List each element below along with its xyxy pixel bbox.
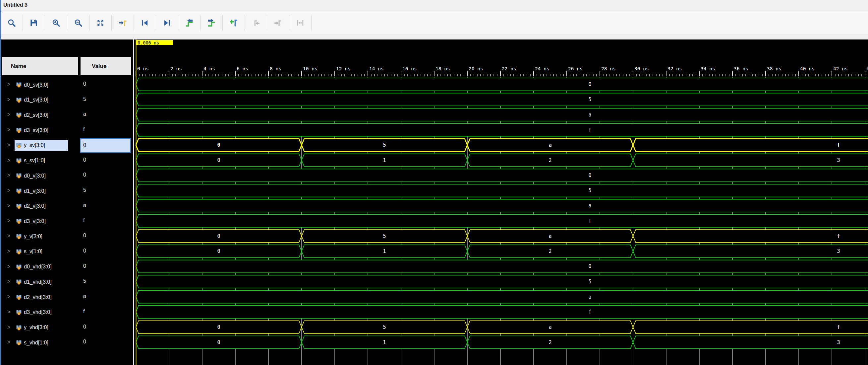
signal-value[interactable]: a bbox=[83, 111, 86, 117]
signal-row-s_v[interactable]: > vs_v[1:0]00 bbox=[1, 244, 133, 259]
signal-row-d0_vhd[interactable]: > vd0_vhd[3:0]00 bbox=[1, 259, 133, 275]
go-to-time-button[interactable] bbox=[112, 15, 134, 30]
signal-name[interactable]: vd2_sv[3:0] bbox=[14, 110, 51, 120]
svg-text:10 ns: 10 ns bbox=[303, 66, 317, 71]
signal-row-d3_v[interactable]: > vd3_v[3:0]ff bbox=[1, 214, 133, 229]
svg-text:f: f bbox=[588, 309, 591, 315]
signal-row-d2_v[interactable]: > vd2_v[3:0]aa bbox=[1, 199, 133, 214]
expand-chevron-icon[interactable]: > bbox=[7, 308, 10, 315]
signal-value[interactable]: 0 bbox=[83, 263, 86, 269]
signal-row-s_sv[interactable]: > vs_sv[1:0]00 bbox=[1, 153, 133, 169]
expand-chevron-icon[interactable]: > bbox=[7, 156, 10, 163]
signal-row-s_vhd[interactable]: > vs_vhd[1:0]00 bbox=[1, 335, 133, 350]
expand-chevron-icon[interactable]: > bbox=[7, 126, 10, 133]
svg-text:0: 0 bbox=[217, 142, 220, 148]
signal-name[interactable]: vd3_sv[3:0] bbox=[14, 125, 51, 136]
zoom-in-button[interactable] bbox=[45, 15, 67, 30]
expand-chevron-icon[interactable]: > bbox=[7, 323, 10, 330]
zoom-fit-button[interactable] bbox=[90, 15, 112, 30]
expand-chevron-icon[interactable]: > bbox=[7, 263, 10, 270]
signal-value[interactable]: 0 bbox=[83, 172, 86, 178]
signal-row-d0_sv[interactable]: > vd0_sv[3:0]00 bbox=[1, 77, 133, 92]
signal-name[interactable]: vd1_sv[3:0] bbox=[14, 94, 51, 106]
signal-name[interactable]: vd3_v[3:0] bbox=[14, 216, 48, 227]
svg-text:2 ns: 2 ns bbox=[170, 66, 182, 71]
signal-name[interactable]: vd2_v[3:0] bbox=[14, 201, 48, 212]
expand-chevron-icon[interactable]: > bbox=[7, 111, 10, 118]
selected-value-cell[interactable]: 0 bbox=[80, 138, 131, 153]
expand-chevron-icon[interactable]: > bbox=[7, 293, 10, 300]
signal-value[interactable]: 0 bbox=[83, 339, 86, 345]
signal-row-y_sv[interactable]: > vy_sv[3:0]00 bbox=[1, 138, 133, 153]
signal-name[interactable]: vs_v[1:0] bbox=[14, 246, 44, 257]
signal-name[interactable]: vy_sv[3:0] bbox=[14, 140, 68, 151]
signal-row-d2_sv[interactable]: > vd2_sv[3:0]aa bbox=[1, 108, 133, 123]
expand-chevron-icon[interactable]: > bbox=[7, 232, 10, 239]
zoom-out-button[interactable] bbox=[67, 15, 90, 30]
signal-value[interactable]: 0 bbox=[83, 233, 86, 238]
signal-value[interactable]: 0 bbox=[83, 81, 86, 87]
expand-chevron-icon[interactable]: > bbox=[7, 217, 10, 224]
value-column-header[interactable]: Value bbox=[81, 57, 131, 75]
signal-row-y_vhd[interactable]: > vy_vhd[3:0]00 bbox=[1, 320, 133, 335]
wave-toolbar bbox=[0, 11, 868, 35]
expand-chevron-icon[interactable]: > bbox=[7, 141, 10, 148]
wave-canvas[interactable]: 0 ns2 ns4 ns6 ns8 ns10 ns12 ns14 ns16 ns… bbox=[134, 39, 868, 365]
signal-row-d1_sv[interactable]: > vd1_sv[3:0]55 bbox=[1, 92, 133, 108]
signal-name[interactable]: vs_vhd[1:0] bbox=[14, 337, 51, 348]
svg-text:2: 2 bbox=[549, 157, 552, 163]
signal-row-d2_vhd[interactable]: > vd2_vhd[3:0]aa bbox=[1, 290, 133, 305]
signal-name[interactable]: vd0_vhd[3:0] bbox=[14, 261, 54, 273]
go-to-start-button[interactable] bbox=[134, 15, 156, 30]
svg-text:30 ns: 30 ns bbox=[634, 66, 649, 71]
search-button[interactable] bbox=[1, 15, 23, 30]
signal-value[interactable]: 0 bbox=[83, 157, 86, 163]
name-column-header[interactable]: Name bbox=[2, 57, 78, 75]
svg-text:v: v bbox=[18, 252, 20, 254]
signal-row-d3_sv[interactable]: > vd3_sv[3:0]ff bbox=[1, 123, 133, 138]
signal-row-d1_v[interactable]: > vd1_v[3:0]55 bbox=[1, 184, 133, 199]
save-waveform-icon bbox=[30, 19, 38, 27]
previous-transition-button[interactable] bbox=[178, 15, 200, 30]
signal-name[interactable]: vy_vhd[3:0] bbox=[14, 322, 51, 333]
expand-chevron-icon[interactable]: > bbox=[7, 81, 10, 88]
expand-chevron-icon[interactable]: > bbox=[7, 187, 10, 194]
expand-chevron-icon[interactable]: > bbox=[7, 202, 10, 209]
go-to-end-button[interactable] bbox=[156, 15, 178, 30]
expand-chevron-icon[interactable]: > bbox=[7, 338, 10, 345]
expand-chevron-icon[interactable]: > bbox=[7, 278, 10, 285]
signal-value[interactable]: f bbox=[83, 309, 85, 314]
signal-row-d0_v[interactable]: > vd0_v[3:0]00 bbox=[1, 168, 133, 184]
svg-text:2: 2 bbox=[549, 339, 552, 345]
signal-value[interactable]: 0 bbox=[83, 248, 86, 254]
signal-value[interactable]: 5 bbox=[83, 187, 86, 193]
save-waveform-button[interactable] bbox=[23, 15, 45, 30]
signal-value[interactable]: 5 bbox=[83, 278, 86, 284]
panel-splitter[interactable] bbox=[133, 35, 134, 365]
signal-name[interactable]: vd0_v[3:0] bbox=[14, 170, 48, 181]
signal-row-d3_vhd[interactable]: > vd3_vhd[3:0]ff bbox=[1, 305, 133, 320]
signal-name[interactable]: vd1_v[3:0] bbox=[14, 186, 48, 196]
signal-name[interactable]: vy_v[3:0] bbox=[14, 231, 44, 242]
next-transition-button[interactable] bbox=[200, 15, 223, 30]
window-title: Untitled 3 bbox=[3, 2, 28, 8]
signal-value[interactable]: f bbox=[83, 217, 85, 223]
signal-value[interactable]: 0 bbox=[83, 324, 86, 330]
signal-value[interactable]: f bbox=[83, 127, 85, 132]
svg-text:f: f bbox=[837, 324, 840, 330]
signal-name[interactable]: vd1_vhd[3:0] bbox=[14, 276, 54, 287]
signal-row-y_v[interactable]: > vy_v[3:0]00 bbox=[1, 229, 133, 244]
signal-value[interactable]: 5 bbox=[83, 96, 86, 102]
svg-text:8 ns: 8 ns bbox=[270, 66, 281, 71]
signal-row-d1_vhd[interactable]: > vd1_vhd[3:0]55 bbox=[1, 274, 133, 290]
signal-name[interactable]: vd0_sv[3:0] bbox=[14, 79, 51, 90]
signal-value[interactable]: a bbox=[83, 293, 86, 299]
expand-chevron-icon[interactable]: > bbox=[7, 248, 10, 254]
expand-chevron-icon[interactable]: > bbox=[7, 96, 10, 103]
expand-chevron-icon[interactable]: > bbox=[7, 172, 10, 178]
signal-value[interactable]: a bbox=[83, 202, 86, 208]
signal-name[interactable]: vd2_vhd[3:0] bbox=[14, 292, 54, 303]
signal-name[interactable]: vd3_vhd[3:0] bbox=[14, 307, 54, 318]
waveform-plot[interactable]: 0 ns2 ns4 ns6 ns8 ns10 ns12 ns14 ns16 ns… bbox=[134, 39, 868, 365]
signal-name[interactable]: vs_sv[1:0] bbox=[14, 155, 47, 166]
